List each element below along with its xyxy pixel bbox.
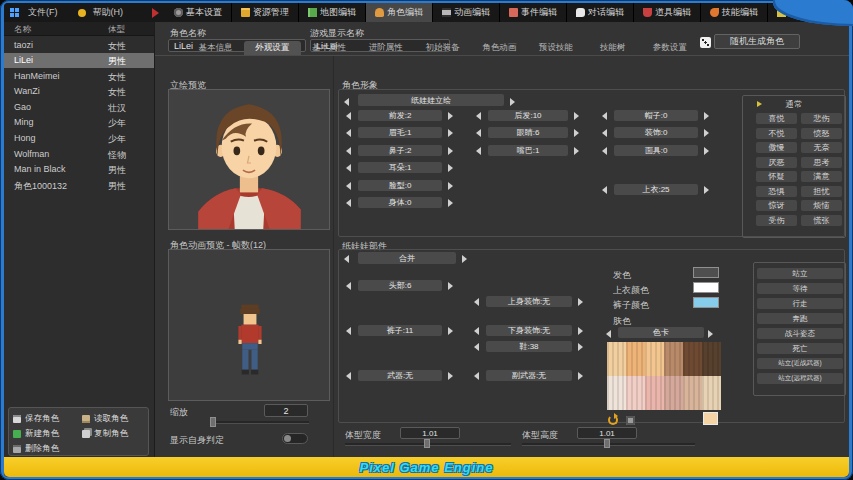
emotion-button[interactable]: 受伤 — [756, 215, 797, 226]
zoom-value-field[interactable]: 2 — [264, 404, 308, 417]
spinner-left-arrow[interactable] — [474, 372, 479, 380]
emotion-button[interactable]: 担忧 — [801, 186, 842, 197]
emotion-button[interactable]: 思考 — [801, 157, 842, 168]
body-height-slider-handle[interactable] — [604, 439, 610, 448]
front-hair-spinner[interactable]: 前发:2 — [358, 110, 442, 121]
sub-weapon-spinner[interactable]: 副武器:无 — [486, 370, 572, 381]
decoration-spinner[interactable]: 装饰:0 — [614, 127, 698, 138]
apply-color-icon[interactable] — [626, 416, 635, 425]
weapon-spinner[interactable]: 武器:无 — [358, 370, 442, 381]
emotion-button[interactable]: 恐惧 — [756, 186, 797, 197]
top-tab-basic-settings[interactable]: 基本设置 — [165, 3, 232, 22]
new-character-button[interactable]: 新建角色 — [13, 427, 77, 440]
spinner-left-arrow[interactable] — [346, 147, 351, 155]
emotion-button[interactable]: 喜悦 — [756, 113, 797, 124]
eyes-spinner[interactable]: 眼睛:6 — [488, 127, 568, 138]
top-tab-event-editor[interactable]: 事件编辑 — [500, 3, 567, 22]
spinner-right-arrow[interactable] — [448, 147, 453, 155]
delete-character-button[interactable]: 删除角色 — [13, 442, 77, 455]
spinner-right-arrow[interactable] — [448, 199, 453, 207]
tab-initial-equipment[interactable]: 初始装备 — [414, 41, 471, 55]
character-row[interactable]: taozi女性 — [4, 37, 154, 53]
eyebrow-spinner[interactable]: 眉毛:1 — [358, 127, 442, 138]
tab-character-animation[interactable]: 角色动画 — [471, 41, 528, 55]
emotion-button[interactable]: 惊讶 — [756, 200, 797, 211]
state-wait-button[interactable]: 等待 — [757, 283, 843, 294]
spinner-right-arrow[interactable] — [578, 327, 583, 335]
nose-spinner[interactable]: 鼻子:2 — [358, 145, 442, 156]
spinner-right-arrow[interactable] — [448, 164, 453, 172]
spinner-right-arrow[interactable] — [448, 129, 453, 137]
spinner-right-arrow[interactable] — [574, 129, 579, 137]
palette-cell[interactable] — [626, 342, 645, 376]
mouth-spinner[interactable]: 嘴巴:1 — [488, 145, 568, 156]
state-walk-button[interactable]: 行走 — [757, 298, 843, 309]
tab-basic-info[interactable]: 基本信息 — [187, 41, 244, 55]
menu-help[interactable]: 帮助(H) — [93, 6, 124, 19]
palette-cell[interactable] — [664, 342, 683, 376]
pants-color-swatch[interactable] — [693, 297, 719, 308]
spinner-left-arrow[interactable] — [476, 112, 481, 120]
palette-cell[interactable] — [702, 376, 721, 410]
lower-deco-spinner[interactable]: 下身装饰:无 — [486, 325, 572, 336]
tab-appearance[interactable]: 外观设置 — [244, 41, 301, 55]
merge-left-arrow[interactable] — [344, 255, 349, 263]
emotion-default[interactable]: 通常 — [742, 99, 846, 111]
emotion-button[interactable]: 怀疑 — [756, 171, 797, 182]
spinner-right-arrow[interactable] — [574, 147, 579, 155]
show-hitbox-toggle[interactable] — [282, 433, 308, 444]
body-height-field[interactable]: 1.01 — [577, 427, 637, 439]
upper-deco-spinner[interactable]: 上身装饰:无 — [486, 296, 572, 307]
spinner-right-arrow[interactable] — [448, 327, 453, 335]
emotion-button[interactable]: 傲慢 — [756, 142, 797, 153]
top-tab-map-editor[interactable]: 地图编辑 — [299, 3, 366, 22]
app-menu-icon[interactable] — [10, 8, 19, 17]
ear-spinner[interactable]: 耳朵:1 — [358, 162, 442, 173]
tab-basic-attributes[interactable]: 基本属性 — [301, 41, 358, 55]
top-tab-resources[interactable]: 资源管理 — [232, 3, 299, 22]
body-width-field[interactable]: 1.01 — [400, 427, 460, 439]
spinner-left-arrow[interactable] — [346, 112, 351, 120]
emotion-button[interactable]: 无奈 — [801, 142, 842, 153]
merge-dropdown[interactable]: 合并 — [358, 252, 456, 264]
spinner-right-arrow[interactable] — [574, 112, 579, 120]
merge-right-arrow[interactable] — [462, 255, 467, 263]
tab-skill-tree[interactable]: 技能树 — [584, 41, 641, 55]
top-tab-item-editor[interactable]: 道具编辑 — [634, 3, 701, 22]
skin-palette[interactable] — [607, 342, 721, 410]
hat-spinner[interactable]: 帽子:0 — [614, 110, 698, 121]
save-character-button[interactable]: 保存角色 — [13, 412, 77, 425]
character-row[interactable]: Man in Black男性 — [4, 162, 154, 178]
body-width-slider-handle[interactable] — [424, 439, 430, 448]
spinner-left-arrow[interactable] — [474, 298, 479, 306]
state-battle-stance-button[interactable]: 战斗姿态 — [757, 328, 843, 339]
top-tab-skill-editor[interactable]: 技能编辑 — [701, 3, 768, 22]
state-stand-button[interactable]: 站立 — [757, 268, 843, 279]
spinner-right-arrow[interactable] — [578, 343, 583, 351]
emotion-button[interactable]: 满意 — [801, 171, 842, 182]
back-hair-spinner[interactable]: 后发:10 — [488, 110, 568, 121]
spinner-left-arrow[interactable] — [602, 129, 607, 137]
emotion-button[interactable]: 不悦 — [756, 128, 797, 139]
character-row[interactable]: 角色1000132男性 — [4, 177, 154, 193]
tab-preset-skills[interactable]: 预设技能 — [528, 41, 585, 55]
spinner-right-arrow[interactable] — [448, 282, 453, 290]
spinner-right-arrow[interactable] — [448, 372, 453, 380]
character-row[interactable]: HanMeimei女性 — [4, 68, 154, 84]
style-right-arrow[interactable] — [510, 98, 515, 106]
random-generate-button[interactable]: 随机生成角色 — [714, 34, 800, 49]
card-right-arrow[interactable] — [708, 330, 713, 338]
spinner-left-arrow[interactable] — [602, 186, 607, 194]
spinner-left-arrow[interactable] — [474, 343, 479, 351]
state-death-button[interactable]: 死亡 — [757, 343, 843, 354]
palette-cell[interactable] — [683, 376, 702, 410]
spinner-left-arrow[interactable] — [346, 129, 351, 137]
spinner-left-arrow[interactable] — [476, 147, 481, 155]
palette-cell[interactable] — [664, 376, 683, 410]
zoom-slider-track[interactable] — [213, 421, 309, 424]
spinner-right-arrow[interactable] — [448, 112, 453, 120]
spinner-right-arrow[interactable] — [704, 147, 709, 155]
emotion-button[interactable]: 愤怒 — [801, 128, 842, 139]
help-icon[interactable] — [78, 9, 86, 17]
spinner-left-arrow[interactable] — [346, 372, 351, 380]
